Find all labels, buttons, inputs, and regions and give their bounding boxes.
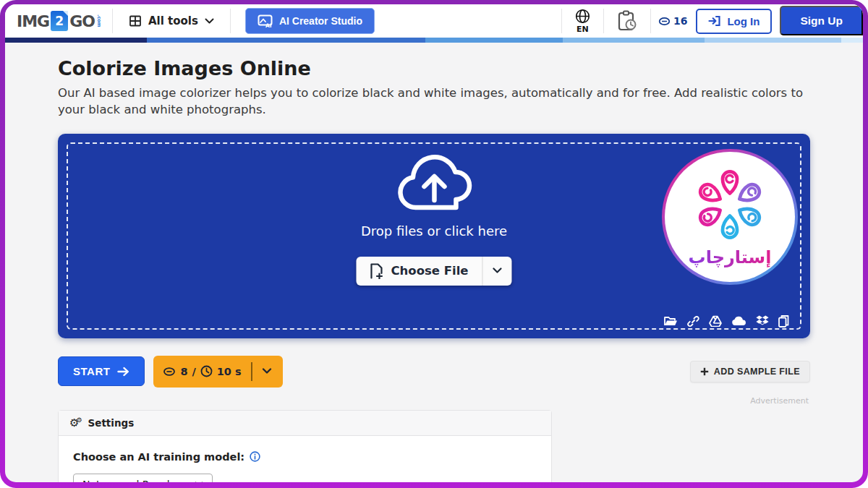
signup-button[interactable]: Sign Up <box>780 6 863 35</box>
page-description: Our AI based image colorizer helps you t… <box>58 85 809 119</box>
url-link-icon[interactable] <box>687 315 699 328</box>
img2go-logo[interactable]: IMG 2 GO .com <box>5 4 112 38</box>
choose-file-split-button: Choose File <box>356 257 511 286</box>
add-sample-file-label: ADD SAMPLE FILE <box>714 367 800 377</box>
arrow-right-icon <box>117 367 129 377</box>
ai-creator-studio-label: AI Creator Studio <box>279 15 362 27</box>
settings-panel: ⚙⚙ Settings Choose an AI training model:… <box>58 410 552 482</box>
logo-document-icon: 2 <box>51 11 68 31</box>
browser-frame: IMG 2 GO .com All tools AI AI Creator St… <box>0 0 868 488</box>
cost-separator: / <box>192 366 195 377</box>
credit-cost-segment: 8 / 10 s <box>163 365 241 377</box>
dropbox-icon[interactable] <box>756 315 769 327</box>
ai-creator-wrap: AI AI Creator Studio <box>231 4 389 38</box>
google-drive-icon[interactable] <box>709 315 722 327</box>
watermark-logo: إستارچاپ <box>662 149 798 285</box>
ai-creator-studio-button[interactable]: AI AI Creator Studio <box>245 8 375 34</box>
logo-tld-text: .com <box>96 14 102 27</box>
choose-file-label: Choose File <box>391 264 468 278</box>
cost-estimate-badge: 8 / 10 s <box>153 356 282 388</box>
onedrive-icon[interactable] <box>731 316 746 326</box>
page-title: Colorize Images Online <box>58 57 810 80</box>
login-label: Log In <box>727 15 760 27</box>
choose-file-dropdown-toggle[interactable] <box>482 257 512 286</box>
globe-icon <box>575 9 590 24</box>
top-navbar: IMG 2 GO .com All tools AI AI Creator St… <box>5 4 863 38</box>
action-row: START 8 / 10 s <box>58 356 810 388</box>
cost-dropdown-toggle[interactable] <box>260 367 273 376</box>
chevron-down-icon <box>195 481 203 482</box>
drop-files-text: Drop files or click here <box>361 223 507 239</box>
dropzone-center: Drop files or click here Choose File <box>356 153 511 286</box>
language-selector[interactable]: EN <box>562 4 603 38</box>
add-sample-file-button[interactable]: ADD SAMPLE FILE <box>690 361 810 382</box>
start-button[interactable]: START <box>58 356 145 386</box>
advertisement-label: Advertisement <box>58 396 810 406</box>
sign-in-icon <box>708 15 721 27</box>
info-icon[interactable] <box>250 451 260 462</box>
choose-file-button[interactable]: Choose File <box>356 257 482 286</box>
flower-petals-graphic <box>681 156 778 253</box>
model-label-text: Choose an AI training model: <box>73 451 244 463</box>
coin-icon <box>163 367 176 377</box>
watermark-brand-text: إستارچاپ <box>689 247 772 267</box>
chevron-down-icon <box>205 18 214 25</box>
job-history-button[interactable] <box>604 4 650 38</box>
logo-img-text: IMG <box>17 12 49 30</box>
model-select-value: Nature and People <box>82 479 176 482</box>
open-folder-icon[interactable] <box>664 316 678 327</box>
settings-header: ⚙⚙ Settings <box>59 411 551 436</box>
time-estimate-value: 10 s <box>217 366 242 377</box>
logo-go-text: GO <box>69 12 95 30</box>
paste-clipboard-icon[interactable] <box>778 315 789 328</box>
grid-icon <box>129 14 142 27</box>
svg-text:AI: AI <box>265 22 272 28</box>
main-content: Colorize Images Online Our AI based imag… <box>5 57 863 482</box>
file-plus-icon <box>370 263 383 279</box>
header-progress-strip <box>5 38 863 43</box>
credits-count: 16 <box>673 15 687 27</box>
watermark-circle: إستارچاپ <box>665 152 795 282</box>
cloud-upload-icon <box>391 153 477 215</box>
language-code: EN <box>576 25 589 34</box>
ai-image-icon: AI <box>258 14 273 27</box>
plus-icon <box>700 367 709 376</box>
badge-divider <box>251 362 252 381</box>
coin-icon <box>658 17 671 26</box>
clock-icon <box>200 365 213 377</box>
model-select[interactable]: Nature and People <box>73 474 213 482</box>
login-button[interactable]: Log In <box>696 9 772 34</box>
upload-sources <box>664 315 789 328</box>
settings-title: Settings <box>88 417 135 429</box>
page: IMG 2 GO .com All tools AI AI Creator St… <box>5 4 863 482</box>
model-label-row: Choose an AI training model: <box>73 451 537 463</box>
navbar-right: EN 16 Log In Sign U <box>561 4 863 38</box>
file-drop-zone[interactable]: Drop files or click here Choose File <box>58 134 810 338</box>
signup-label: Sign Up <box>800 14 843 27</box>
credits-balance[interactable]: 16 <box>651 4 696 38</box>
credit-cost-value: 8 <box>180 366 187 377</box>
settings-body: Choose an AI training model: Nature and … <box>59 436 551 482</box>
clipboard-clock-icon <box>616 9 639 33</box>
start-label: START <box>73 365 110 377</box>
all-tools-menu[interactable]: All tools <box>113 4 230 38</box>
gears-icon: ⚙⚙ <box>69 417 82 429</box>
all-tools-label: All tools <box>148 14 198 27</box>
